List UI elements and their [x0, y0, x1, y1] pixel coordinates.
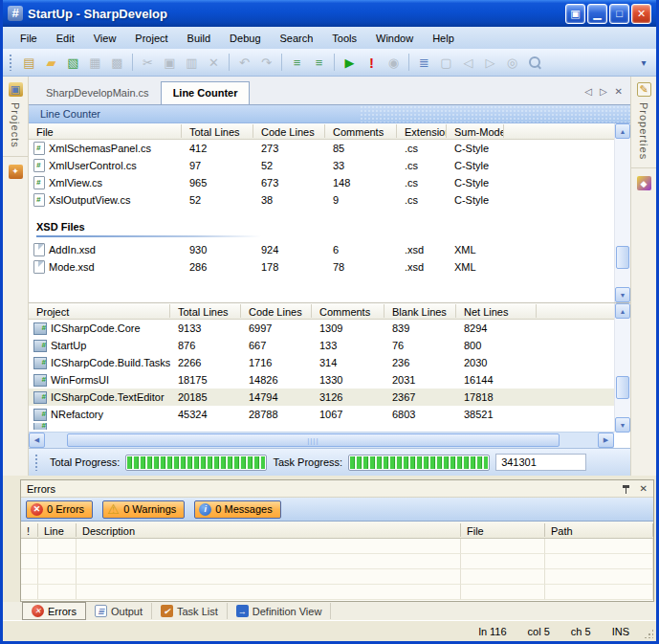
- scrollbar-thumb[interactable]: ||||: [67, 433, 559, 447]
- menu-item[interactable]: Window: [366, 30, 423, 47]
- menu-item[interactable]: File: [11, 30, 47, 47]
- save-all-icon[interactable]: ▩: [106, 52, 128, 73]
- project-row[interactable]: ICSharpCode.Core 9133 6997 1309 839 8294: [29, 320, 614, 337]
- menu-item[interactable]: Debug: [220, 30, 270, 47]
- horizontal-scrollbar[interactable]: ◀ |||| ▶: [29, 432, 614, 448]
- file-row[interactable]: XmlView.cs 965 673 148 .cs C-Style: [29, 174, 614, 191]
- column-header[interactable]: Code Lines: [241, 304, 312, 318]
- menu-item[interactable]: Tools: [322, 30, 366, 47]
- document-tab[interactable]: SharpDevelopMain.cs: [34, 82, 161, 104]
- toolbar-overflow-icon[interactable]: ▾: [637, 52, 650, 73]
- filter-toggle-button[interactable]: ⚠ 0 Warnings: [102, 500, 185, 519]
- project-row[interactable]: ICSharpCode.Build.Tasks 2266 1716 314 23…: [29, 354, 614, 371]
- scroll-down-icon[interactable]: ▼: [615, 287, 630, 302]
- close-button[interactable]: ✕: [631, 4, 651, 24]
- close-panel-icon[interactable]: ✕: [640, 483, 648, 494]
- format-lines-icon[interactable]: ≣: [413, 52, 435, 73]
- column-header[interactable]: Code Lines: [253, 124, 325, 138]
- sidebar-tab-projects[interactable]: ▣ Projects: [3, 77, 28, 157]
- column-header[interactable]: File: [461, 523, 545, 537]
- abort-icon[interactable]: !: [361, 52, 383, 73]
- project-row[interactable]: WinFormsUI 18175 14826 1330 2031 16144: [29, 371, 614, 389]
- panel-tab[interactable]: ≣ Output: [86, 603, 152, 619]
- column-header[interactable]: Path: [545, 523, 653, 537]
- pin-icon[interactable]: [622, 484, 630, 494]
- undo-icon[interactable]: ↶: [233, 52, 255, 73]
- file-row[interactable]: XmlUserControl.cs 97 52 33 .cs C-Style: [29, 157, 614, 174]
- toolbar-grip[interactable]: [9, 54, 12, 71]
- column-header[interactable]: !: [21, 523, 38, 537]
- project-row[interactable]: NRefactory 45324 28788 1067 6803 38521: [29, 406, 614, 423]
- resize-grip[interactable]: [644, 629, 653, 638]
- scrollbar-thumb[interactable]: [616, 376, 629, 399]
- filter-toggle-button[interactable]: i 0 Messages: [194, 500, 280, 519]
- save-icon[interactable]: ▦: [84, 52, 106, 73]
- scroll-right-icon[interactable]: ▶: [598, 433, 614, 448]
- menu-item[interactable]: Build: [178, 30, 220, 47]
- nav-forward-icon[interactable]: ▷: [479, 52, 501, 73]
- maximize-button[interactable]: □: [609, 4, 629, 24]
- breakpoint-icon[interactable]: ▢: [435, 52, 457, 73]
- float-window-button[interactable]: ▣: [565, 4, 585, 24]
- toolbar-grip[interactable]: [34, 454, 38, 471]
- progress-value-field[interactable]: 341301: [495, 454, 586, 471]
- profiler-icon[interactable]: ◉: [383, 52, 405, 73]
- column-header[interactable]: Description: [77, 523, 461, 537]
- build-icon[interactable]: ≡: [286, 52, 308, 73]
- copy-icon[interactable]: ▣: [159, 52, 181, 73]
- file-row[interactable]: Mode.xsd 286 178 78 .xsd XML: [29, 258, 614, 276]
- search-icon[interactable]: [523, 52, 545, 73]
- panel-tab[interactable]: → Definition View: [228, 603, 332, 619]
- menu-item[interactable]: Search: [271, 30, 323, 47]
- sidebar-tab-properties[interactable]: ✎ Properties: [631, 77, 656, 168]
- scroll-left-icon[interactable]: ◀: [29, 433, 45, 448]
- project-row[interactable]: StartUp 876 667 133 76 800: [29, 337, 614, 354]
- redo-icon[interactable]: ↷: [255, 52, 277, 73]
- column-header[interactable]: File: [29, 124, 182, 138]
- run-icon[interactable]: ▶: [339, 52, 361, 73]
- project-row[interactable]: [29, 423, 614, 430]
- column-header[interactable]: Net Lines: [456, 304, 537, 318]
- column-header[interactable]: Total Lines: [170, 304, 241, 318]
- scroll-up-icon[interactable]: ▲: [615, 303, 630, 319]
- filter-toggle-button[interactable]: ✕ 0 Errors: [26, 500, 93, 519]
- column-header[interactable]: Line: [38, 523, 77, 537]
- open-file-icon[interactable]: ▰: [40, 52, 62, 73]
- scroll-down-icon[interactable]: ▼: [615, 417, 630, 433]
- classes-icon[interactable]: ✦: [9, 165, 23, 179]
- new-project-icon[interactable]: ▧: [62, 52, 84, 73]
- column-header[interactable]: Blank Lines: [384, 304, 456, 318]
- scroll-up-icon[interactable]: ▲: [615, 123, 630, 139]
- tab-scroll-left-icon[interactable]: ◁: [584, 86, 592, 97]
- panel-tab[interactable]: ✕ Errors: [22, 602, 86, 620]
- column-header[interactable]: Comments: [325, 124, 397, 138]
- project-row[interactable]: ICSharpCode.TextEditor 20185 14794 3126 …: [29, 389, 614, 406]
- vertical-scrollbar[interactable]: ▲ ▼: [614, 123, 630, 302]
- menu-item[interactable]: Help: [423, 30, 464, 47]
- tab-scroll-right-icon[interactable]: ▷: [600, 86, 607, 97]
- nav-back-icon[interactable]: ◁: [457, 52, 479, 73]
- rebuild-icon[interactable]: ≡: [308, 52, 330, 73]
- vertical-scrollbar[interactable]: ▲ ▼: [614, 303, 630, 433]
- cut-icon[interactable]: ✂: [137, 52, 159, 73]
- menu-item[interactable]: Project: [125, 30, 177, 47]
- column-header[interactable]: Comments: [312, 304, 384, 318]
- delete-icon[interactable]: ✕: [203, 52, 225, 73]
- panel-tab[interactable]: ✔ Task List: [152, 603, 228, 619]
- zoom-view-icon[interactable]: ◎: [501, 52, 523, 73]
- column-header[interactable]: Total Lines: [182, 124, 253, 138]
- file-row[interactable]: AddIn.xsd 930 924 6 .xsd XML: [29, 241, 614, 258]
- scrollbar-track[interactable]: [615, 139, 630, 287]
- scrollbar-thumb[interactable]: [616, 246, 629, 269]
- scrollbar-track[interactable]: [615, 319, 630, 417]
- file-row[interactable]: XmlSchemasPanel.cs 412 273 85 .cs C-Styl…: [29, 140, 614, 157]
- minimize-button[interactable]: ▁: [587, 4, 607, 24]
- column-header[interactable]: Project: [29, 304, 170, 318]
- toolbox-icon[interactable]: ◆: [637, 176, 651, 190]
- column-header[interactable]: Extension: [397, 124, 447, 138]
- column-header[interactable]: Sum-Mode: [447, 124, 504, 138]
- file-row[interactable]: XslOutputView.cs 52 38 9 .cs C-Style: [29, 191, 614, 209]
- menu-item[interactable]: Edit: [47, 30, 84, 47]
- menu-item[interactable]: View: [84, 30, 126, 47]
- tab-close-icon[interactable]: ✕: [615, 86, 623, 97]
